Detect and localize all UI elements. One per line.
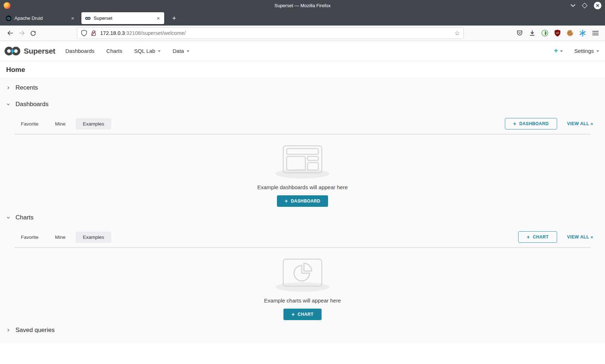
new-item-menu[interactable]: + (554, 47, 563, 55)
create-chart-button[interactable]: +CHART (283, 309, 321, 320)
plus-icon: + (554, 47, 558, 55)
tab-close-icon[interactable]: × (156, 15, 161, 21)
chevron-right-icon (6, 86, 10, 90)
plus-icon: + (291, 311, 295, 317)
nav-item-charts[interactable]: Charts (106, 48, 122, 54)
superset-navbar: Superset Dashboards Charts SQL Lab Data … (0, 41, 605, 61)
view-all-dashboards-link[interactable]: VIEW ALL » (567, 121, 593, 126)
insecure-lock-icon[interactable] (91, 30, 97, 36)
chevron-down-icon (596, 50, 599, 52)
tab-examples[interactable]: Examples (76, 118, 111, 129)
tab-label: Superset (94, 15, 156, 21)
settings-menu[interactable]: Settings (574, 48, 599, 54)
section-dashboards[interactable]: Dashboards (0, 96, 605, 112)
tab-favorite[interactable]: Favorite (21, 235, 39, 240)
section-recents[interactable]: Recents (0, 81, 605, 95)
tab-close-icon[interactable]: × (70, 15, 75, 21)
pocket-save-icon[interactable] (516, 29, 524, 37)
url-host: 172.18.0.3 (100, 30, 125, 36)
empty-dashboards-text: Example dashboards will appear here (257, 184, 348, 190)
cookie-extension-icon[interactable] (566, 29, 574, 37)
firefox-logo-icon (4, 2, 10, 9)
window-title: Superset — Mozilla Firefox (0, 3, 605, 8)
browser-tabstrip: Apache Druid × Superset × + (0, 11, 605, 26)
menu-hamburger-icon[interactable] (591, 29, 599, 37)
chevron-right-icon (6, 328, 10, 332)
charts-controls: Favorite Mine Examples +CHART VIEW ALL » (0, 231, 605, 243)
tracking-shield-icon[interactable] (81, 30, 87, 36)
tab-favorite[interactable]: Favorite (21, 121, 39, 127)
browser-window: Superset — Mozilla Firefox ✕ Apache Drui… (0, 0, 605, 364)
tab-examples[interactable]: Examples (76, 232, 111, 243)
section-charts[interactable]: Charts (0, 210, 605, 226)
new-dashboard-button[interactable]: +DASHBOARD (505, 118, 557, 129)
create-dashboard-button[interactable]: +DASHBOARD (277, 195, 328, 207)
chevron-down-icon (6, 215, 10, 220)
maximize-button[interactable] (582, 3, 588, 8)
dashboards-controls: Favorite Mine Examples +DASHBOARD VIEW A… (0, 118, 605, 129)
chevron-down-icon (158, 50, 161, 52)
view-all-charts-link[interactable]: VIEW ALL » (567, 235, 593, 240)
superset-logo[interactable]: Superset (4, 46, 55, 56)
welcome-content: Recents Dashboards Favorite Mine Example… (0, 78, 605, 343)
chart-placeholder-image (283, 259, 322, 287)
ublock-icon[interactable]: uO (554, 29, 561, 37)
empty-charts-text: Example charts will appear here (264, 297, 341, 304)
plus-icon: + (285, 198, 288, 204)
browser-tab-superset[interactable]: Superset × (81, 12, 164, 24)
nav-item-data[interactable]: Data (172, 48, 189, 54)
extension-green-icon[interactable] (541, 29, 549, 37)
nav-item-sql-lab[interactable]: SQL Lab (134, 48, 161, 54)
plus-icon: + (526, 234, 530, 240)
superset-logo-icon (4, 46, 21, 56)
tab-mine[interactable]: Mine (55, 121, 66, 127)
downloads-icon[interactable] (528, 29, 536, 37)
dashboards-empty-state: Example dashboards will appear here +DAS… (0, 135, 605, 207)
section-saved-queries[interactable]: Saved queries (0, 322, 605, 338)
url-path: :32108/superset/welcome/ (125, 30, 186, 36)
extension-asterisk-icon[interactable] (579, 29, 587, 37)
brand-name: Superset (24, 47, 55, 55)
page-title: Home (6, 66, 25, 74)
reload-button[interactable] (27, 27, 39, 39)
minimize-button[interactable] (570, 4, 575, 7)
chevron-down-icon (560, 50, 563, 52)
charts-empty-state: Example charts will appear here +CHART (0, 248, 605, 320)
browser-tab-druid[interactable]: Apache Druid × (2, 12, 79, 24)
new-tab-button[interactable]: + (170, 14, 178, 22)
back-button[interactable] (4, 27, 16, 39)
nav-item-dashboards[interactable]: Dashboards (65, 48, 94, 54)
dashboard-placeholder-image (283, 145, 322, 173)
window-titlebar: Superset — Mozilla Firefox ✕ (0, 0, 605, 11)
browser-toolbar: 172.18.0.3:32108/superset/welcome/ ☆ uO (0, 26, 605, 41)
forward-button[interactable] (16, 27, 27, 39)
bookmark-star-icon[interactable]: ☆ (454, 29, 460, 37)
url-bar[interactable]: 172.18.0.3:32108/superset/welcome/ ☆ (77, 27, 464, 39)
druid-favicon-icon (6, 15, 12, 21)
superset-favicon-icon (85, 15, 91, 21)
chevron-down-icon (6, 102, 10, 106)
tab-label: Apache Druid (14, 15, 70, 21)
new-chart-button[interactable]: +CHART (518, 231, 557, 243)
page-header: Home (0, 61, 605, 78)
svg-text:uO: uO (556, 32, 559, 34)
tab-mine[interactable]: Mine (55, 235, 66, 240)
url-text: 172.18.0.3:32108/superset/welcome/ (100, 30, 452, 36)
plus-icon: + (513, 120, 516, 127)
chevron-down-icon (187, 50, 189, 52)
close-icon[interactable]: ✕ (594, 2, 601, 9)
